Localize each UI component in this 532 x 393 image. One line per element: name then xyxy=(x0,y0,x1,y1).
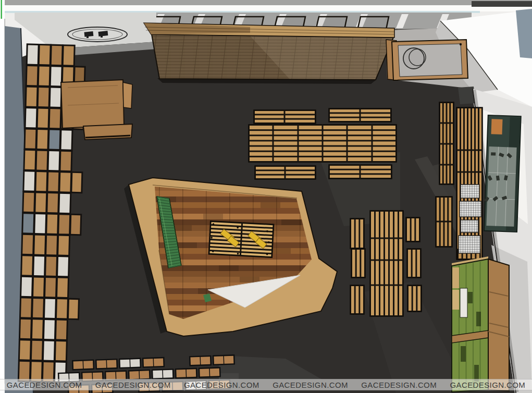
bench xyxy=(350,218,364,249)
wall-poster xyxy=(483,115,521,232)
cabinet-tan-cell-2 xyxy=(452,290,459,310)
counter-basin xyxy=(403,48,424,69)
watermark-text: GACEDESIGN.COM xyxy=(95,380,171,389)
bench xyxy=(254,110,316,124)
platform-furniture xyxy=(208,221,274,257)
chair-1 xyxy=(84,31,94,37)
cabinet-white-cell xyxy=(460,288,467,317)
counter xyxy=(386,40,468,80)
cabinet-tan-cell-1 xyxy=(452,267,459,288)
cabinet-dark-slot-3 xyxy=(461,346,466,362)
platform-table-top xyxy=(208,221,274,257)
bench xyxy=(406,217,420,242)
green-cabinet xyxy=(452,256,509,392)
top-right-dark-bar xyxy=(472,1,532,7)
wire-basket xyxy=(459,236,480,253)
rack-column xyxy=(439,102,454,185)
scene-svg xyxy=(0,0,532,393)
long-table-top xyxy=(249,125,397,162)
watermark-text: GACEDESIGN.COM xyxy=(7,380,82,389)
bench xyxy=(350,285,364,314)
top-outer-strip xyxy=(0,0,532,5)
poster-photo-area xyxy=(486,146,516,227)
platform-table xyxy=(208,221,274,257)
desk-side-flap xyxy=(123,82,132,108)
axis-line-green xyxy=(1,0,3,19)
vertical-table xyxy=(370,211,403,316)
wire-basket xyxy=(461,185,479,198)
counter-dot xyxy=(460,43,462,45)
rack-column xyxy=(436,197,452,247)
top-white-band xyxy=(0,5,532,11)
wall-racks xyxy=(436,102,482,260)
bench xyxy=(329,165,392,179)
watermark-text: GACEDESIGN.COM xyxy=(361,380,437,389)
bench xyxy=(351,249,365,278)
bench xyxy=(407,285,422,312)
bench xyxy=(255,166,316,179)
chair-2-leg xyxy=(101,36,103,38)
bench xyxy=(329,108,391,122)
desk-top xyxy=(61,80,124,128)
chair-2 xyxy=(98,31,108,36)
bench xyxy=(407,249,421,278)
watermark-text: GACEDESIGN.COM xyxy=(450,380,525,389)
watermark-text: GACEDESIGN.COM xyxy=(273,380,348,389)
watermark-text: GACEDESIGN.COM xyxy=(184,380,259,389)
wire-basket xyxy=(460,201,481,217)
chair-1-leg xyxy=(86,36,89,38)
render-canvas: GACEDESIGN.COM GACEDESIGN.COM GACEDESIGN… xyxy=(0,0,532,393)
left-margin xyxy=(0,0,5,393)
watermark-band: GACEDESIGN.COM GACEDESIGN.COM GACEDESIGN… xyxy=(0,379,532,390)
wire-basket xyxy=(461,220,478,232)
poster-orange-block xyxy=(491,119,503,134)
slat-feature-wall xyxy=(144,23,396,84)
cabinet-dark-slot-2 xyxy=(476,312,481,326)
cabinet-dark-slot-1 xyxy=(468,292,473,303)
